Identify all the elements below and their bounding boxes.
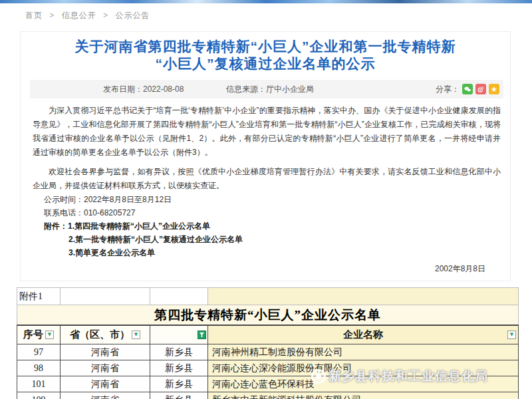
breadcrumb-home[interactable]: 首页 — [25, 11, 43, 20]
weibo-glyph — [477, 85, 485, 93]
breadcrumb-info-disclosure[interactable]: 信息公开 — [62, 11, 96, 20]
header-county — [150, 326, 207, 344]
contact-phone-line: 联系电话：010-68205727 — [33, 206, 501, 219]
cell-province: 河南省 — [60, 392, 150, 399]
share-bar: 分享： ★ — [436, 80, 499, 98]
attachment-line-2: 2.第一批专精特新“小巨人”复核通过企业公示名单 — [33, 233, 501, 246]
filter-active-icon — [198, 331, 206, 339]
cell-province: 河南省 — [60, 344, 150, 360]
table-row: 97 河南省 新乡县 河南神州精工制造股份有限公司 — [17, 344, 519, 360]
table-title: 第四批专精特新“小巨人”企业公示名单 — [17, 305, 519, 325]
cell-province: 河南省 — [60, 376, 150, 392]
table-row: 109 河南省 新乡县 新乡市中天新能源科技股份有限公司 — [17, 392, 519, 399]
table-row: 101 河南省 新乡县 河南心连心蓝色环保科技 — [17, 376, 519, 392]
cell-county: 新乡县 — [150, 360, 207, 376]
empty-cell — [150, 288, 207, 305]
article-paragraph: 为深入贯彻习近平总书记关于“培育一批‘专精特新’中小企业”的重要指示精神，落实中… — [33, 104, 501, 160]
share-weibo-icon[interactable] — [475, 84, 486, 94]
cell-company: 河南神州精工制造股份有限公司 — [207, 344, 519, 360]
info-source: 信息来源：厅中小企业局 — [226, 80, 314, 98]
article-paragraph: 欢迎社会各界参与监督，如有异议，按照《优质中小企业梯度培育管理暂行办法》中有关要… — [33, 165, 501, 193]
cell-county: 新乡县 — [150, 392, 207, 399]
empty-cell — [60, 288, 150, 305]
attachment-line-3: 3.简单更名企业公示名单 — [33, 246, 501, 259]
attachment-line-1: 附件：1.第四批专精特新“小巨人”企业公示名单 — [33, 219, 501, 233]
cell-company: 河南心连心深冷能源股份有限公司 — [207, 360, 519, 376]
cell-seq: 109 — [17, 392, 60, 399]
table-row: 98 河南省 新乡县 河南心连心深冷能源股份有限公司 — [17, 360, 519, 376]
share-wechat-icon[interactable] — [462, 84, 473, 94]
attachment-label-row: 附件1 — [17, 287, 519, 305]
breadcrumb: 首页 > 信息公开 > 公示公告 — [25, 10, 150, 21]
table-header-row: 序号 ▼ 省（区、市） ▼ 企业名称 ▼ — [17, 325, 519, 344]
attachment-label: 附件： — [44, 221, 68, 231]
cell-company: 新乡市中天新能源科技股份有限公司 — [207, 392, 519, 399]
attachment-spreadsheet: 附件1 第四批专精特新“小巨人”企业公示名单 序号 ▼ 省（区、市） ▼ 企业名… — [17, 287, 519, 399]
filter-dropdown-icon: ▼ — [132, 331, 140, 339]
sign-date: 2002年8月8日 — [21, 262, 485, 275]
share-label: 分享： — [436, 80, 460, 98]
attachment1-cell: 附件1 — [17, 288, 60, 305]
cell-seq: 98 — [17, 360, 60, 376]
cell-province: 河南省 — [60, 360, 150, 376]
cell-county: 新乡县 — [150, 376, 207, 392]
cell-seq: 97 — [17, 344, 60, 360]
cell-county: 新乡县 — [150, 344, 207, 360]
header-seq: 序号 ▼ — [17, 326, 60, 344]
breadcrumb-current: 公示公告 — [115, 11, 150, 20]
share-qzone-icon[interactable]: ★ — [489, 84, 499, 94]
publish-date: 发布日期：2022-08-08 — [103, 80, 184, 98]
wechat-bubbles-glyph — [464, 85, 471, 93]
header-company: 企业名称 ▼ — [207, 326, 519, 344]
cell-company: 河南心连心蓝色环保科技 — [207, 376, 519, 392]
site-header-strip — [0, 0, 532, 3]
empty-cell — [207, 288, 519, 305]
filter-dropdown-icon: ▼ — [507, 331, 516, 339]
cell-seq: 101 — [17, 376, 60, 392]
notice-period-line: 公示时间：2022年8月8日至8月12日 — [33, 193, 501, 206]
header-province: 省（区、市） ▼ — [60, 326, 150, 344]
breadcrumb-separator: > — [103, 11, 108, 20]
page-title: 关于河南省第四批专精特新“小巨人”企业和第一批专精特新“小巨人”复核通过企业名单… — [66, 38, 465, 72]
article-card: 关于河南省第四批专精特新“小巨人”企业和第一批专精特新“小巨人”复核通过企业名单… — [20, 31, 511, 281]
article-meta-bar: 发布日期：2022-08-08 信息来源：厅中小企业局 分享： — [30, 80, 503, 98]
filter-dropdown-icon: ▼ — [45, 331, 54, 339]
breadcrumb-separator: > — [49, 11, 55, 20]
